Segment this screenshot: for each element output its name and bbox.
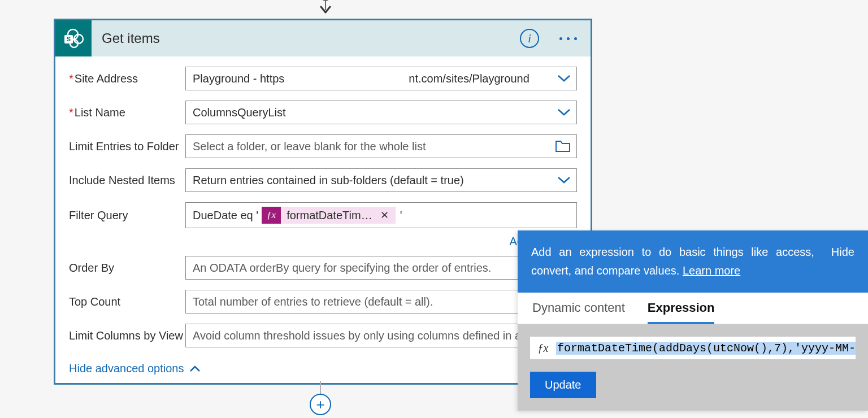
expression-token-label: formatDateTim… [287,209,372,222]
fx-icon: ƒx [262,207,281,224]
site-address-select[interactable]: Playground - https nt.com/sites/Playgrou… [185,67,577,90]
row-limit-folder: Limit Entries to Folder Select a folder,… [69,134,577,158]
advanced-options-row: Hide advanced options [69,358,577,377]
site-address-value-right: nt.com/sites/Playground [409,72,529,85]
limit-folder-placeholder: Select a folder, or leave blank for the … [193,140,426,153]
label-order-by: Order By [69,262,185,275]
chevron-up-icon [189,365,201,372]
add-dynamic-row: Add dynamic [69,235,577,248]
svg-text:S: S [67,36,71,42]
sharepoint-icon: S [55,20,92,56]
label-list-name: *List Name [69,106,185,119]
more-menu-button[interactable] [556,34,580,43]
update-row: Update [518,372,868,411]
learn-more-link[interactable]: Learn more [683,264,740,277]
add-step-button[interactable]: + [310,394,331,415]
filter-query-text-before: DueDate eq ' [193,209,258,222]
chevron-down-icon [557,108,571,116]
expression-token[interactable]: ƒx formatDateTim… ✕ [262,207,396,224]
label-limit-folder: Limit Entries to Folder [69,140,185,153]
card-title: Get items [102,31,520,46]
expression-text: formatDateTime(addDays(utcNow(),7),'yyyy… [556,342,856,355]
expression-editor-area: ƒx formatDateTime(addDays(utcNow(),7),'y… [518,324,868,372]
flyout-message: Add an expression to do basic things lik… [531,243,814,280]
hide-advanced-options-link[interactable]: Hide advanced options [69,362,201,375]
row-order-by: Order By An ODATA orderBy query for spec… [69,256,577,280]
card-header: S Get items i [55,20,591,56]
expression-flyout: Add an expression to do basic things lik… [518,230,868,411]
info-icon[interactable]: i [520,29,539,48]
remove-token-button[interactable]: ✕ [378,209,391,221]
label-include-nested: Include Nested Items [69,174,185,187]
update-button[interactable]: Update [530,372,596,398]
flow-arrow-down [318,0,333,17]
include-nested-value: Return entries contained in sub-folders … [193,174,464,187]
list-name-select[interactable]: ColumnsQueryList [185,101,577,124]
row-limit-columns: Limit Columns by View Avoid column thres… [69,324,577,347]
include-nested-select[interactable]: Return entries contained in sub-folders … [185,168,577,192]
site-address-value-left: Playground - https [193,72,284,85]
svg-point-0 [322,0,329,1]
chevron-down-icon [557,176,571,184]
label-filter-query: Filter Query [69,209,185,222]
flyout-tabs: Dynamic content Expression [518,293,868,324]
limit-folder-input[interactable]: Select a folder, or leave blank for the … [185,134,577,158]
row-include-nested: Include Nested Items Return entries cont… [69,168,577,192]
chevron-down-icon [557,75,571,82]
row-filter-query: Filter Query DueDate eq ' ƒx formatDateT… [69,202,577,228]
label-site-address: *Site Address [69,72,185,85]
hide-flyout-link[interactable]: Hide [831,243,854,262]
tab-expression[interactable]: Expression [648,301,715,324]
order-by-placeholder: An ODATA orderBy query for specifying th… [193,262,491,275]
limit-columns-placeholder: Avoid column threshold issues by only us… [193,329,539,342]
plus-icon: + [316,396,324,413]
card-body: *Site Address Playground - https nt.com/… [55,56,591,383]
top-count-placeholder: Total number of entries to retrieve (def… [193,295,433,308]
row-site-address: *Site Address Playground - https nt.com/… [69,67,577,90]
filter-query-input[interactable]: DueDate eq ' ƒx formatDateTim… ✕ ' [185,202,577,228]
fx-icon: ƒx [530,342,556,355]
row-list-name: *List Name ColumnsQueryList [69,101,577,124]
label-limit-columns: Limit Columns by View [69,329,185,342]
row-top-count: Top Count Total number of entries to ret… [69,290,577,314]
tab-dynamic-content[interactable]: Dynamic content [532,301,625,324]
flyout-header: Add an expression to do basic things lik… [518,230,868,293]
expression-input[interactable]: ƒx formatDateTime(addDays(utcNow(),7),'y… [530,337,856,359]
list-name-value: ColumnsQueryList [193,106,286,119]
folder-icon[interactable] [555,140,571,153]
hide-advanced-label: Hide advanced options [69,362,184,375]
get-items-card: S Get items i *Site Address Playground -… [54,19,592,385]
filter-query-text-after: ' [400,209,402,222]
label-top-count: Top Count [69,295,185,308]
